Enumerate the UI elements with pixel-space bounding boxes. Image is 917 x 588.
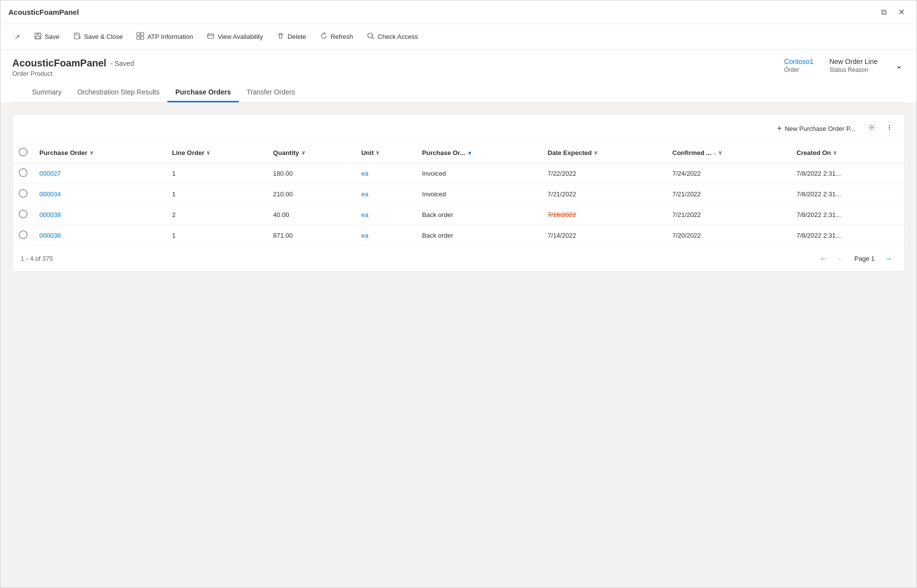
save-close-button[interactable]: Save & Close	[67, 29, 129, 44]
tab-purchase-orders[interactable]: Purchase Orders	[167, 83, 239, 102]
quantity-cell: 871.00	[267, 225, 355, 246]
quantity-cell: 40.00	[267, 205, 355, 225]
page-subtitle: Order Product	[12, 70, 134, 77]
page-title-right: Contoso1 Order New Order Line Status Rea…	[784, 58, 905, 73]
restore-button[interactable]: ⧉	[877, 5, 890, 19]
new-purchase-order-button[interactable]: + New Purchase Order P...	[771, 121, 861, 136]
date-expected-cell: 7/21/2022	[542, 184, 666, 205]
date-expected-cell: 7/14/2022	[542, 225, 666, 246]
purchase-order-link[interactable]: 000038	[39, 232, 61, 239]
purchase-status-cell: Back order	[416, 205, 542, 225]
col-purchase-status[interactable]: Purchase Or... ▼	[416, 143, 542, 163]
col-date-expected[interactable]: Date Expected ∨	[542, 143, 666, 163]
window-title: AcousticFoamPanel	[8, 8, 79, 16]
plus-icon: +	[777, 124, 782, 133]
col-purchase-order-label: Purchase Order	[39, 149, 88, 156]
expand-chevron-button[interactable]: ⌄	[893, 58, 905, 73]
prev-page-button[interactable]: ←	[833, 252, 849, 265]
purchase-order-cell[interactable]: 000034	[33, 184, 166, 205]
unit-cell: ea	[355, 225, 416, 246]
page-main-title: AcousticFoamPanel - Saved	[12, 58, 134, 69]
first-page-button[interactable]: ⇤	[817, 252, 831, 265]
col-unit[interactable]: Unit ∨	[355, 143, 416, 163]
svg-point-11	[368, 33, 373, 38]
line-order-cell: 1	[166, 184, 267, 205]
col-line-order[interactable]: Line Order ∨	[166, 143, 267, 163]
col-confirmed[interactable]: Confirmed ... ↓ ∨	[666, 143, 791, 163]
row-select-cell[interactable]	[13, 225, 33, 246]
title-bar-controls: ⧉ ✕	[877, 5, 909, 19]
col-purchase-order[interactable]: Purchase Order ∨	[33, 143, 166, 163]
unit-cell: ea	[355, 184, 416, 205]
quantity-cell: 210.00	[267, 184, 355, 205]
delete-button[interactable]: Delete	[271, 29, 312, 44]
purchase-order-link[interactable]: 000034	[39, 190, 61, 198]
select-all-checkbox[interactable]	[19, 148, 28, 156]
page-title-section: AcousticFoamPanel - Saved Order Product	[12, 58, 134, 77]
check-access-button[interactable]: Check Access	[361, 29, 424, 44]
atp-label: ATP Information	[147, 33, 193, 40]
save-button[interactable]: Save	[28, 29, 65, 44]
quantity-sort-icon: ∨	[301, 150, 305, 156]
purchase-order-link[interactable]: 000038	[39, 211, 61, 218]
row-checkbox[interactable]	[19, 168, 28, 177]
quantity-cell: 180.00	[267, 163, 355, 184]
created-on-cell: 7/8/2022 2:31...	[791, 163, 904, 184]
save-close-icon	[73, 32, 81, 41]
open-in-new-button[interactable]: ↗	[8, 30, 26, 44]
tab-orchestration[interactable]: Orchestration Step Results	[69, 83, 167, 102]
table-more-button[interactable]	[883, 121, 896, 136]
purchase-order-link[interactable]: 000027	[39, 170, 61, 177]
main-content: + New Purchase Order P...	[0, 102, 917, 588]
view-availability-button[interactable]: View Availability	[201, 29, 269, 44]
confirmed-cell: 7/24/2022	[666, 163, 791, 184]
col-date-expected-label: Date Expected	[548, 149, 592, 156]
line-order-sort-icon: ∨	[206, 150, 210, 156]
refresh-button[interactable]: Refresh	[314, 29, 359, 44]
col-created-on-label: Created On	[796, 149, 831, 156]
row-select-cell[interactable]	[13, 184, 33, 205]
purchase-status-cell: Back order	[416, 225, 542, 246]
date-expected-value: 7/14/2022	[548, 232, 576, 239]
svg-rect-10	[208, 34, 214, 38]
confirmed-sort-icon: ↓	[713, 150, 716, 156]
col-line-order-label: Line Order	[172, 149, 205, 156]
atp-button[interactable]: ATP Information	[130, 29, 199, 44]
col-quantity[interactable]: Quantity ∨	[267, 143, 355, 163]
next-page-button[interactable]: →	[881, 252, 896, 265]
view-availability-label: View Availability	[218, 33, 263, 40]
product-name: AcousticFoamPanel	[12, 58, 106, 69]
status-reason-field: New Order Line Status Reason	[829, 58, 878, 73]
tab-summary[interactable]: Summary	[24, 83, 69, 102]
pagination-info: 1 - 4 of 375	[21, 255, 53, 262]
date-expected-value: 7/16/2022	[548, 211, 576, 218]
unit-cell: ea	[355, 205, 416, 225]
svg-rect-5	[79, 36, 81, 39]
current-page: Page 1	[851, 253, 879, 264]
row-checkbox[interactable]	[19, 230, 28, 239]
purchase-order-cell[interactable]: 000038	[33, 225, 166, 246]
refresh-label: Refresh	[331, 33, 353, 40]
select-all-col[interactable]	[13, 143, 33, 163]
table-header-row: Purchase Order ∨ Line Order ∨	[13, 143, 904, 163]
svg-rect-8	[137, 36, 140, 39]
order-value[interactable]: Contoso1	[784, 58, 814, 65]
purchase-order-cell[interactable]: 000027	[33, 163, 166, 184]
row-checkbox[interactable]	[19, 189, 28, 198]
save-icon	[34, 32, 42, 41]
close-button[interactable]: ✕	[894, 5, 909, 19]
tabs: Summary Orchestration Step Results Purch…	[12, 83, 905, 102]
delete-icon	[277, 32, 285, 41]
refresh-icon	[320, 32, 328, 41]
row-checkbox[interactable]	[19, 210, 28, 218]
purchase-order-cell[interactable]: 000038	[33, 205, 166, 225]
col-created-on[interactable]: Created On ∨	[791, 143, 904, 163]
tab-transfer-orders[interactable]: Transfer Orders	[239, 83, 303, 102]
table-settings-button[interactable]	[865, 121, 879, 136]
status-reason-value: New Order Line	[829, 58, 878, 65]
row-select-cell[interactable]	[13, 205, 33, 225]
row-select-cell[interactable]	[13, 163, 33, 184]
date-expected-cell: 7/22/2022	[542, 163, 666, 184]
svg-rect-6	[137, 32, 140, 35]
purchase-status-cell: Invoiced	[416, 184, 542, 205]
